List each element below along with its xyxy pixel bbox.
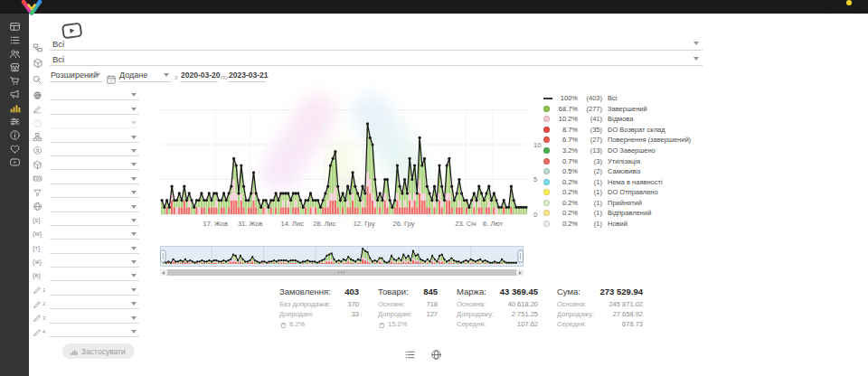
filter-row-pencil-1[interactable]: 1 xyxy=(33,281,139,295)
legend-item[interactable]: 6.7%(27)Повернення (завершений) xyxy=(543,135,712,146)
sidebar-item-settings[interactable] xyxy=(0,115,29,128)
svg-text:?: ? xyxy=(36,121,39,126)
sidebar-item-video[interactable] xyxy=(0,155,29,169)
filter-dropdown[interactable] xyxy=(50,243,139,254)
date-field-select[interactable]: Додане xyxy=(118,70,171,82)
status-filter-select[interactable]: Всі xyxy=(50,38,703,51)
sidebar-item-cart[interactable] xyxy=(0,74,29,88)
sidebar-item-info[interactable] xyxy=(0,128,29,142)
legend-item[interactable]: 10.2%(41)Відмова xyxy=(543,114,712,125)
filter-row-globe-wire[interactable] xyxy=(33,198,139,212)
filter-dropdown[interactable] xyxy=(50,118,139,128)
legend-item[interactable]: 68.7%(277)Завершений xyxy=(543,104,712,115)
sidebar-item-marketing[interactable] xyxy=(0,88,29,101)
sidebar-item-support[interactable] xyxy=(0,142,29,155)
filter-row-globe-solid[interactable] xyxy=(33,87,139,100)
filter-row-sitemap[interactable] xyxy=(33,128,139,142)
sidebar-item-dashboard[interactable] xyxy=(0,20,29,33)
filter-dropdown[interactable] xyxy=(50,313,139,324)
filter-dropdown[interactable] xyxy=(50,257,139,268)
view-toggles xyxy=(404,346,442,358)
brace-icon: {ж} xyxy=(33,257,48,268)
filter-dropdown[interactable] xyxy=(50,298,139,309)
filter-dropdown[interactable] xyxy=(50,104,139,115)
legend-item[interactable]: 0.2%(1)Відправлений xyxy=(543,208,712,219)
scroll-left-icon[interactable] xyxy=(162,271,165,275)
date-to-input[interactable]: 2023-03-21 xyxy=(228,70,266,82)
filter-row-brace-11[interactable]: {т} xyxy=(33,240,139,253)
chart-range-navigator[interactable] xyxy=(160,246,524,271)
sidebar-item-store[interactable] xyxy=(0,61,29,74)
filter-dropdown[interactable] xyxy=(50,187,139,198)
filter-row-circle-disabled[interactable]: ? xyxy=(33,115,139,128)
stats-subrow: Основна:40 618.20 xyxy=(457,299,538,309)
apply-button[interactable]: Застосувати xyxy=(62,343,135,359)
legend-count: (41) xyxy=(578,115,602,123)
legend-item[interactable]: 0.2%(1)Нема в наявності xyxy=(543,176,712,187)
orders-statistics-chart[interactable]: 051017. Жов31. Жов14. Лис28. Лис12. Гру2… xyxy=(156,83,544,239)
legend-percent: 0.2% xyxy=(552,209,578,217)
stats-subrow: Допродажу:2 751.25 xyxy=(457,309,538,319)
date-from-input[interactable]: 2020-03-20 xyxy=(180,70,218,82)
sidebar-item-statistics[interactable] xyxy=(0,101,29,115)
filter-row-pencil-3[interactable]: 3 xyxy=(33,309,139,323)
legend-item[interactable]: 100%(403)Всі xyxy=(543,93,712,104)
stats-subrow: Основна:245 871.02 xyxy=(557,299,643,309)
list-view-icon[interactable] xyxy=(404,346,416,358)
stats-subrow: Допродажу:27 658.92 xyxy=(557,309,643,319)
filter-dropdown[interactable] xyxy=(50,285,139,296)
legend-item[interactable]: 0.5%(2)Самовивіз xyxy=(543,166,712,177)
sidebar-item-clients[interactable] xyxy=(0,47,29,61)
legend-label: Нема в наявності xyxy=(608,178,663,186)
bag-icon xyxy=(279,320,288,328)
app-logo-icon[interactable] xyxy=(21,0,42,15)
filter-dropdown[interactable] xyxy=(50,229,139,240)
legend-percent: 100% xyxy=(552,94,578,102)
filter-dropdown[interactable] xyxy=(50,326,139,337)
filter-row-brace-10[interactable]: {м} xyxy=(33,226,139,240)
filter-dropdown[interactable] xyxy=(50,132,139,143)
filter-dropdown[interactable] xyxy=(50,159,139,170)
legend-item[interactable]: 0.2%(1)Новий xyxy=(543,219,712,230)
chart-scrollbar[interactable] xyxy=(160,269,524,276)
scroll-right-icon[interactable] xyxy=(519,271,522,275)
legend-item[interactable]: 0.7%(3)Утилізація xyxy=(543,155,712,166)
filter-row-brace-9[interactable]: {s} xyxy=(33,212,139,226)
filter-dropdown[interactable] xyxy=(50,270,139,281)
legend-dot-swatch xyxy=(543,147,550,154)
filter-row-pencil-4[interactable]: 4 xyxy=(33,324,139,337)
legend-label: DO Возврат склад xyxy=(608,126,665,134)
search-mode-select[interactable]: Розширений xyxy=(50,70,102,82)
legend-item[interactable]: 0.2%(1)Прийнятий xyxy=(543,197,712,208)
products-filter-select[interactable]: Всі xyxy=(50,53,703,66)
filter-row-funnel[interactable] xyxy=(33,184,139,198)
chevron-down-icon xyxy=(693,57,699,61)
filter-row-pencil-2[interactable]: 2 xyxy=(33,296,139,309)
legend-item[interactable]: 3.2%(13)DO Завершено xyxy=(543,146,712,156)
svg-text:31. Жов: 31. Жов xyxy=(238,220,263,228)
filter-row-signature-pen[interactable] xyxy=(33,100,139,114)
filter-dropdown[interactable] xyxy=(50,146,139,156)
video-tutorial-icon[interactable] xyxy=(59,17,84,35)
legend-label: Відмова xyxy=(608,115,633,123)
legend-item[interactable]: 8.7%(35)DO Возврат склад xyxy=(543,125,712,136)
sidebar-item-orders[interactable] xyxy=(0,33,29,47)
filter-row-brace-13[interactable]: {в} xyxy=(33,268,139,281)
stats-upsell-row: 8.2% xyxy=(279,319,359,329)
filter-dropdown[interactable] xyxy=(50,174,139,184)
legend-percent: 6.7% xyxy=(552,136,578,144)
legend-dot-swatch xyxy=(543,136,550,143)
filter-row-brace-12[interactable]: {ж} xyxy=(33,254,139,268)
cube-view-icon[interactable] xyxy=(430,346,442,358)
filter-dropdown[interactable] xyxy=(50,89,139,100)
filter-row-banknote[interactable] xyxy=(33,170,139,183)
legend-item[interactable]: 0.2%(1)DO Отправлено xyxy=(543,187,712,198)
filter-dropdown[interactable] xyxy=(50,202,139,212)
legend-count: (403) xyxy=(578,94,602,102)
scrollbar-thumb[interactable] xyxy=(167,269,516,276)
filter-row-cube[interactable] xyxy=(33,156,139,170)
filter-row-badge-dotted[interactable] xyxy=(33,143,139,156)
legend-label: Всі xyxy=(608,94,617,102)
filter-dropdown[interactable] xyxy=(50,215,139,226)
legend-count: (3) xyxy=(578,157,602,165)
